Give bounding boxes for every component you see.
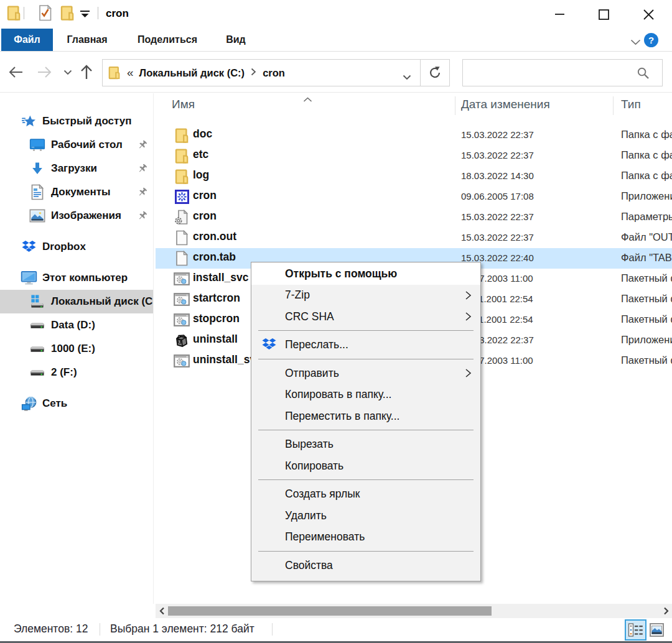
sidebar-item[interactable]: Этот компьютер	[0, 266, 154, 290]
large-icons-view-button[interactable]	[650, 623, 664, 637]
details-view-button[interactable]	[625, 619, 646, 641]
sidebar-item-label: Локальный диск (C:)	[51, 295, 154, 308]
close-button[interactable]	[634, 2, 663, 27]
file-row[interactable]: cron 15.03.2022 22:37 Параметры конфигур…	[156, 207, 672, 228]
tab-view[interactable]: Вид	[222, 29, 250, 51]
column-header-type[interactable]: Тип	[621, 98, 641, 111]
search-box[interactable]	[462, 59, 663, 86]
address-folder-icon	[108, 65, 120, 80]
refresh-button[interactable]	[420, 59, 450, 86]
sort-ascending-icon[interactable]	[303, 94, 312, 105]
tab-file[interactable]: Файл	[1, 29, 53, 51]
sidebar-item[interactable]: Data (D:)	[0, 313, 154, 337]
sidebar-item[interactable]: Загрузки	[0, 157, 154, 180]
sidebar-item[interactable]: Сеть	[0, 392, 154, 415]
recent-locations-chevron[interactable]	[63, 70, 72, 75]
back-button[interactable]	[9, 66, 24, 78]
context-menu-item-label: Вырезать	[285, 438, 334, 451]
file-type-cell: Пакетный файл Windows	[621, 272, 672, 284]
context-menu-item[interactable]: Переименовать	[251, 527, 480, 548]
navigation-toolbar: « Локальный диск (C:) cron	[0, 52, 672, 93]
scroll-right-arrow[interactable]	[661, 606, 671, 616]
context-menu-item[interactable]: Открыть с помощью	[251, 263, 480, 285]
app-dos-icon	[174, 188, 190, 205]
file-name-cell: log	[193, 169, 209, 182]
breadcrumb-segment-drive[interactable]: Локальный диск (C:)	[139, 67, 245, 79]
context-menu-item[interactable]: Переместить в папку...	[251, 405, 480, 427]
file-name-cell: cron.out	[193, 230, 236, 243]
address-bar[interactable]: « Локальный диск (C:) cron	[102, 59, 421, 86]
context-menu-item[interactable]: Переслать...	[251, 335, 480, 356]
breadcrumb-chevron-icon[interactable]	[251, 67, 256, 78]
maximize-button[interactable]	[589, 2, 618, 27]
column-separator[interactable]	[613, 96, 614, 115]
horizontal-scrollbar[interactable]	[156, 604, 672, 618]
up-button[interactable]	[80, 64, 93, 80]
search-input[interactable]	[468, 62, 636, 83]
context-menu-item-label: Удалить	[285, 509, 327, 522]
computer-icon	[21, 270, 37, 287]
sidebar-item[interactable]: Документы	[0, 180, 154, 204]
ribbon-collapse-chevron-icon[interactable]	[630, 37, 641, 48]
submenu-arrow-icon	[463, 290, 473, 300]
context-menu-item[interactable]: Отправить	[251, 363, 480, 384]
context-menu-item[interactable]: Удалить	[251, 505, 480, 527]
pin-icon	[138, 164, 147, 173]
column-header-name[interactable]: Имя	[172, 98, 195, 111]
minimize-button[interactable]	[546, 2, 574, 27]
navigation-pane: Быстрый доступ Рабочий стол	[0, 93, 154, 604]
app-installer-icon	[174, 332, 190, 349]
context-menu-item[interactable]: Свойства	[251, 555, 480, 576]
forward-button[interactable]	[37, 66, 52, 78]
search-icon[interactable]	[637, 67, 650, 82]
sidebar-item[interactable]: 1000 (E:)	[0, 337, 154, 361]
qat-properties-button[interactable]	[38, 4, 52, 24]
folder-icon	[174, 168, 190, 185]
qat-new-folder-button[interactable]	[60, 5, 74, 24]
context-menu-item[interactable]: 7-Zip	[251, 285, 480, 307]
context-menu-separator	[258, 359, 474, 359]
address-dropdown-chevron[interactable]	[403, 72, 411, 83]
context-menu-item[interactable]: Копировать	[251, 455, 480, 477]
sidebar-item[interactable]: Локальный диск (C:)	[0, 290, 154, 313]
help-button[interactable]: ?	[644, 33, 658, 47]
context-menu-item[interactable]: Создать ярлык	[251, 484, 480, 506]
breadcrumb-segment-folder[interactable]: cron	[263, 67, 285, 79]
sidebar-scrollbar-rail[interactable]	[153, 93, 154, 604]
file-row[interactable]: log 18.03.2022 14:30 Папка с файлами	[156, 166, 672, 187]
context-menu-item[interactable]: Копировать в папку...	[251, 384, 480, 406]
file-type-cell: Папка с файлами	[621, 129, 672, 141]
breadcrumb-root-chevrons[interactable]: «	[127, 66, 134, 80]
file-name-cell: stopcron	[193, 312, 240, 325]
file-batch-icon	[174, 271, 190, 287]
file-date-cell: 15.03.2022 22:37	[461, 129, 534, 140]
sidebar-item[interactable]: Dropbox	[0, 235, 154, 259]
sidebar-item[interactable]: Быстрый доступ	[0, 109, 154, 133]
sidebar-item[interactable]: Изображения	[0, 204, 154, 228]
scroll-left-arrow[interactable]	[157, 606, 167, 616]
context-menu-item[interactable]: CRC SHA	[251, 306, 480, 328]
sidebar-item[interactable]: Рабочий стол	[0, 133, 154, 157]
context-menu-item-label: Переместить в папку...	[285, 410, 399, 423]
file-row[interactable]: cron.out 15.03.2022 22:37 Файл "OUT"	[156, 228, 672, 248]
qat-customize-dropdown[interactable]	[80, 10, 91, 21]
file-row[interactable]: cron 09.06.2005 17:08 Приложение	[156, 187, 672, 207]
file-row[interactable]: doc 15.03.2022 22:37 Папка с файлами	[156, 125, 672, 146]
drive-icon	[29, 364, 45, 381]
file-row[interactable]: etc 15.03.2022 22:37 Папка с файлами	[156, 146, 672, 166]
tab-share[interactable]: Поделиться	[136, 29, 198, 51]
column-separator[interactable]	[455, 96, 455, 115]
context-menu-item[interactable]: Вырезать	[251, 434, 480, 456]
file-date-cell: 15.03.2022 22:37	[461, 211, 534, 222]
pin-icon	[138, 140, 147, 150]
scrollbar-thumb[interactable]	[168, 606, 492, 616]
column-header-date[interactable]: Дата изменения	[461, 98, 550, 111]
documents-icon	[29, 184, 45, 201]
context-menu-separator	[258, 479, 474, 480]
tab-home[interactable]: Главная	[62, 29, 113, 51]
sidebar-item[interactable]: 2 (F:)	[0, 361, 154, 384]
drive-icon	[29, 317, 45, 334]
file-config-icon	[174, 209, 190, 226]
file-name-cell: cron	[193, 210, 217, 223]
drive-icon	[29, 341, 45, 358]
